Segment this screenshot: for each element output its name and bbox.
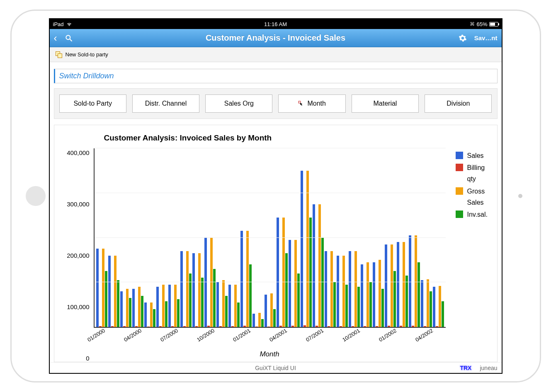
bar — [337, 256, 339, 327]
bar — [391, 244, 393, 327]
bar — [265, 295, 267, 327]
bar — [345, 285, 348, 327]
status-bar: iPad 11:16 AM ⌘ 65% — [50, 19, 502, 29]
y-tick: 100,000 — [67, 303, 89, 310]
bar — [405, 276, 408, 327]
bar-group — [313, 148, 324, 327]
x-tick: 01/2002 — [378, 327, 398, 343]
bar — [249, 264, 252, 327]
bar — [246, 231, 249, 327]
legend-label: Billing qty — [467, 162, 493, 184]
wifi-icon — [66, 21, 72, 27]
bar-group — [265, 148, 276, 327]
bar — [397, 242, 399, 327]
bar — [198, 253, 201, 327]
filter-month[interactable]: Month — [278, 94, 345, 113]
gear-icon[interactable] — [459, 34, 467, 42]
bar-group — [361, 148, 372, 327]
y-tick: 400,000 — [67, 149, 89, 156]
bar — [417, 262, 420, 327]
filter-label: Material — [374, 100, 397, 107]
filter-material[interactable]: Material — [352, 94, 419, 113]
bar — [135, 326, 138, 327]
legend-item: Sales — [456, 150, 493, 161]
bar — [153, 309, 155, 327]
bar — [111, 326, 114, 327]
bar — [222, 280, 225, 327]
bar — [430, 291, 432, 327]
bar — [123, 326, 126, 327]
bar — [99, 326, 102, 327]
bar — [120, 291, 123, 327]
plot-area — [94, 148, 446, 328]
bar — [213, 269, 216, 327]
chart-card: Customer Analysis: Invoiced Sales by Mon… — [54, 125, 498, 362]
bar-group — [120, 148, 131, 327]
bar-group — [204, 148, 216, 327]
x-tick: 10/2000 — [196, 327, 216, 343]
bar-group — [168, 148, 180, 327]
bar — [333, 282, 336, 327]
bar — [342, 256, 345, 327]
bar — [117, 280, 119, 327]
bar — [201, 278, 204, 327]
bar — [255, 327, 258, 327]
bar — [186, 251, 189, 327]
bar-group — [228, 148, 240, 327]
user-label[interactable]: Sav…nt — [474, 34, 498, 41]
bar — [294, 240, 297, 327]
switch-drilldown-header[interactable]: Switch Drilldown — [54, 69, 498, 83]
bar — [267, 327, 270, 327]
bar — [415, 235, 417, 327]
bar — [309, 218, 312, 327]
bar — [424, 326, 426, 327]
search-icon[interactable] — [65, 34, 73, 42]
legend-label: Sales — [467, 150, 484, 161]
bar — [301, 171, 303, 327]
bar — [313, 204, 315, 327]
gridline — [95, 282, 446, 282]
bar — [144, 302, 147, 327]
bar — [289, 240, 291, 327]
x-tick: 01/2001 — [232, 327, 252, 343]
y-tick: 300,000 — [67, 201, 89, 208]
bar-group — [96, 148, 107, 327]
filter-sales-org[interactable]: Sales Org — [205, 94, 272, 113]
x-tick: 04/2001 — [268, 327, 288, 343]
bar — [273, 309, 276, 327]
legend-swatch — [456, 164, 463, 171]
x-axis-title: Month — [94, 348, 446, 362]
bar — [141, 296, 143, 327]
bar-group — [385, 148, 396, 327]
bar-group — [349, 148, 360, 327]
footer-bar: GuiXT Liquid UI TRX juneau — [50, 362, 502, 373]
back-button[interactable]: ‹ — [54, 32, 57, 44]
filter-label: Sales Org — [224, 100, 254, 107]
legend-item: Gross Sales — [456, 186, 493, 208]
page-title: Customer Analysis - Invoiced Sales — [206, 33, 345, 43]
bar — [376, 326, 378, 327]
new-party-button[interactable]: New Sold-to party — [66, 51, 108, 58]
bar — [400, 326, 402, 327]
bar — [379, 260, 381, 327]
bar — [189, 273, 192, 327]
device-label: iPad — [53, 21, 64, 27]
home-button[interactable] — [26, 186, 46, 206]
y-tick: 200,000 — [67, 252, 89, 259]
filter-division[interactable]: Division — [425, 94, 492, 113]
bar — [147, 327, 150, 327]
bar — [180, 251, 183, 327]
filter-sold-to-party[interactable]: Sold-to Party — [59, 94, 126, 113]
legend-item: Inv.sal. — [456, 209, 493, 220]
server-label: juneau — [480, 365, 497, 371]
y-axis: 400,000300,000200,000100,0000 — [58, 148, 94, 362]
trx-button[interactable]: TRX — [460, 365, 471, 371]
bar — [216, 282, 219, 327]
bar — [138, 287, 141, 327]
bar — [436, 326, 438, 327]
bar-group — [325, 148, 336, 327]
bar — [352, 326, 354, 327]
filter-distr-channel[interactable]: Distr. Channel — [132, 94, 199, 113]
bar — [442, 301, 444, 327]
bar — [258, 313, 261, 327]
